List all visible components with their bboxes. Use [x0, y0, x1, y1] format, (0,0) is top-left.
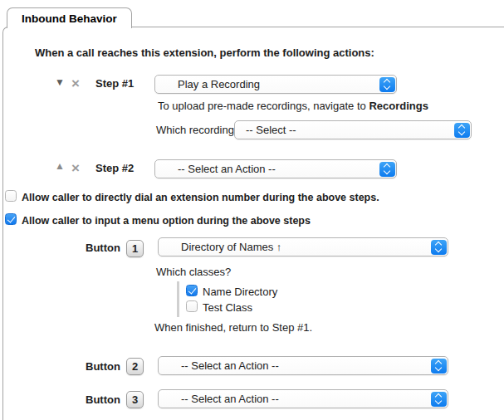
button3-label: Button [86, 394, 120, 406]
button2-label: Button [86, 361, 120, 373]
step1-action-value: Play a Recording [155, 78, 260, 90]
up-down-arrows-icon [431, 240, 447, 255]
button2-number-badge: 2 [126, 358, 144, 375]
which-classes-label: Which classes? [156, 266, 231, 278]
allow-menu-option-label: Allow caller to input a menu option duri… [22, 215, 311, 227]
move-step2-up-icon[interactable]: ▲ [55, 161, 65, 171]
remove-step1-icon[interactable]: × [71, 79, 80, 89]
button3-number-badge: 3 [126, 391, 144, 408]
step2-label: Step #2 [95, 163, 134, 174]
allow-menu-option-checkbox[interactable] [5, 213, 17, 225]
button3-action-select[interactable]: -- Select an Action -- [158, 389, 448, 408]
button3-action-value: -- Select an Action -- [159, 393, 279, 405]
up-down-arrows-icon [431, 392, 447, 407]
tab-inbound-behavior[interactable]: Inbound Behavior [7, 7, 132, 28]
step2-action-select[interactable]: -- Select an Action -- [154, 159, 397, 178]
which-recording-value: -- Select -- [235, 124, 296, 136]
inbound-behavior-screen: Inbound Behavior When a call reaches thi… [0, 0, 504, 420]
step1-action-select[interactable]: Play a Recording [154, 75, 397, 94]
button1-number-badge: 1 [126, 240, 144, 257]
button1-action-select[interactable]: Directory of Names ↑ [158, 237, 448, 256]
button2-action-select[interactable]: -- Select an Action -- [158, 356, 448, 375]
recordings-note-link: Recordings [369, 100, 428, 112]
remove-step2-icon[interactable]: × [71, 164, 80, 173]
class-test-class-label: Test Class [203, 302, 252, 314]
allow-direct-dial-label: Allow caller to directly dial an extensi… [22, 192, 379, 203]
recordings-note-prefix: To upload pre-made recordings, navigate … [158, 100, 369, 112]
class-name-directory-checkbox[interactable] [186, 285, 198, 296]
recordings-note: To upload pre-made recordings, navigate … [158, 100, 428, 112]
allow-direct-dial-checkbox[interactable] [5, 190, 17, 202]
which-recording-label: Which recording? [156, 125, 240, 136]
class-test-class-checkbox[interactable] [186, 300, 198, 312]
up-down-arrows-icon [379, 77, 395, 92]
step1-label: Step #1 [95, 78, 134, 90]
tab-label: Inbound Behavior [22, 12, 117, 25]
button1-action-value: Directory of Names ↑ [159, 241, 281, 253]
classes-group-bar [177, 281, 179, 317]
button1-label: Button [86, 242, 120, 254]
which-recording-select[interactable]: -- Select -- [234, 120, 472, 139]
finish-note: When finished, return to Step #1. [154, 322, 312, 334]
up-down-arrows-icon [431, 359, 447, 374]
button2-action-value: -- Select an Action -- [159, 359, 279, 372]
class-name-directory-label: Name Directory [203, 286, 277, 298]
up-down-arrows-icon [379, 162, 395, 177]
step2-action-value: -- Select an Action -- [155, 163, 276, 175]
intro-text: When a call reaches this extension, perf… [35, 47, 374, 59]
move-step1-down-icon[interactable]: ▼ [55, 77, 65, 87]
up-down-arrows-icon [454, 123, 470, 138]
